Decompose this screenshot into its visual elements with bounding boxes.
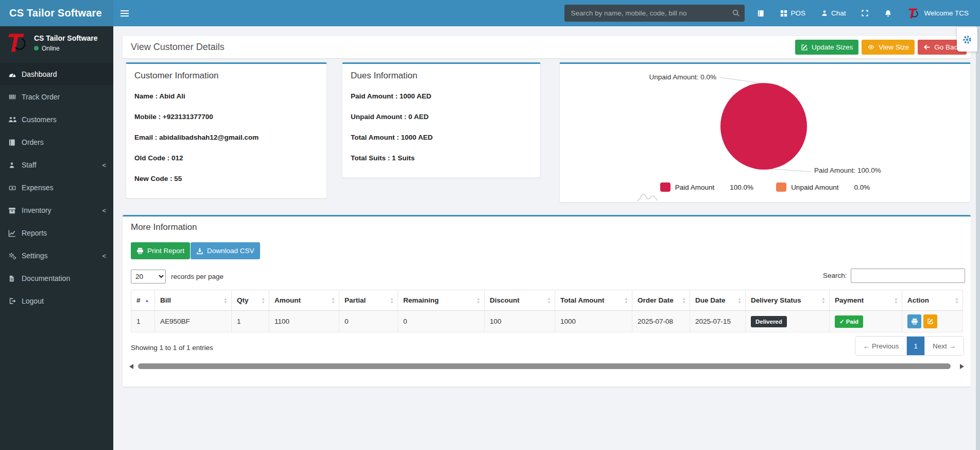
chevron-left-icon: <: [102, 207, 106, 214]
sidebar-item-documentation[interactable]: Documentation: [0, 267, 113, 290]
edit-icon: [801, 44, 808, 51]
column-header-bill[interactable]: Bill▲▼: [155, 290, 232, 311]
sidebar-item-label: Reports: [22, 229, 47, 237]
search-icon[interactable]: [732, 9, 740, 17]
sidebar-item-settings[interactable]: Settings<: [0, 244, 113, 267]
column-header-total-amount[interactable]: Total Amount▲▼: [555, 290, 632, 311]
sort-icons: ▲▼: [223, 297, 228, 304]
column-header-remaining[interactable]: Remaining▲▼: [398, 290, 485, 311]
download-icon: [196, 247, 203, 255]
column-header-amount[interactable]: Amount▲▼: [269, 290, 339, 311]
check-icon: ✓: [839, 319, 845, 325]
page-scrollbar[interactable]: [976, 26, 980, 450]
column-header-due-date[interactable]: Due Date▲▼: [690, 290, 746, 311]
table-search-input[interactable]: [851, 269, 965, 283]
column-header-[interactable]: #▲: [131, 290, 155, 311]
legend-label: Paid Amount: [675, 184, 715, 191]
column-header-payment[interactable]: Payment▲▼: [830, 290, 902, 311]
eye-icon: [867, 44, 875, 51]
records-per-page-select[interactable]: 20: [131, 270, 166, 284]
legend-item-unpaid-amount[interactable]: Unpaid Amount0.0%: [776, 182, 870, 192]
row-edit-button[interactable]: [923, 314, 937, 328]
barcode-icon: [8, 93, 22, 101]
brand-title: CS Tailor Software: [0, 0, 113, 26]
sidebar-item-inventory[interactable]: Inventory<: [0, 199, 113, 222]
sidebar-item-orders[interactable]: Orders: [0, 131, 113, 154]
sidebar-item-dashboard[interactable]: Dashboard: [0, 63, 113, 86]
control-sidebar-toggle[interactable]: [957, 27, 977, 52]
fullscreen-arrows-icon: [861, 9, 869, 17]
sidebar-item-label: Documentation: [22, 274, 70, 282]
table-cell-action: [902, 311, 963, 332]
table-cell: 1: [131, 311, 155, 332]
legend-label: Unpaid Amount: [791, 184, 838, 191]
orders-table: #▲Bill▲▼Qty▲▼Amount▲▼Partial▲▼Remaining▲…: [131, 290, 963, 332]
notifications-menu-item[interactable]: [884, 9, 892, 18]
sidebar-item-logout[interactable]: Logout: [0, 290, 113, 312]
page-1-button[interactable]: 1: [907, 337, 925, 355]
column-header-discount[interactable]: Discount▲▼: [485, 290, 555, 311]
dues-pie-chart-panel: Unpaid Amount: 0.0% Paid Amount: 100.0% …: [559, 62, 971, 203]
callout-unpaid-amount: Unpaid Amount: 0.0%: [638, 73, 716, 81]
sidebar-item-expenses[interactable]: Expenses: [0, 176, 113, 199]
table-cell: 1100: [269, 311, 339, 332]
previous-page-button[interactable]: ← Previous: [855, 337, 907, 355]
bell-icon: [884, 9, 892, 18]
sidebar-item-staff[interactable]: Staff<: [0, 154, 113, 176]
sidebar-item-label: Dashboard: [22, 70, 57, 78]
top-navbar: CS Tailor Software POS Chat Welcome TCS: [0, 0, 980, 26]
delivery-status-badge: Delivered: [751, 316, 787, 327]
dues-unpaid-amount: Unpaid Amount : 0 AED: [351, 107, 532, 127]
dues-information-title: Dues Information: [351, 71, 532, 81]
dashboard-icon: [8, 71, 22, 78]
sidebar-item-label: Settings: [22, 252, 48, 260]
print-report-button[interactable]: Print Report: [131, 242, 190, 259]
dues-total-suits: Total Suits : 1 Suits: [351, 148, 532, 169]
pos-menu-item[interactable]: POS: [780, 9, 805, 17]
next-page-button[interactable]: Next →: [925, 337, 964, 355]
customer-old-code: Old Code : 012: [134, 148, 318, 169]
sidebar-toggle-button[interactable]: [113, 0, 136, 26]
gears-icon: [8, 252, 22, 260]
sidebar-item-reports[interactable]: Reports: [0, 222, 113, 244]
column-header-delivery-status[interactable]: Delivery Status▲▼: [746, 290, 830, 311]
users-icon: [8, 116, 22, 123]
view-size-button[interactable]: View Size: [862, 40, 915, 55]
sidebar-item-label: Customers: [22, 115, 57, 124]
app-logo-icon: [907, 7, 920, 20]
sidebar-item-track-order[interactable]: Track Order: [0, 86, 113, 108]
user-menu[interactable]: Welcome TCS: [907, 7, 969, 20]
sidebar-user-panel: CS Tailor Software Online: [0, 26, 113, 59]
table-cell: 1: [232, 311, 269, 332]
table-cell: 100: [485, 311, 555, 332]
customer-email: Email : abidalibadshah12@gmail.com: [134, 127, 318, 148]
dues-paid-amount: Paid Amount : 1000 AED: [351, 86, 532, 107]
table-cell-payment: ✓ Paid: [830, 311, 902, 332]
sidebar-app-name: CS Tailor Software: [34, 34, 97, 42]
chart-legend: Paid Amount100.0%Unpaid Amount0.0%: [560, 182, 970, 192]
fullscreen-menu-item[interactable]: [861, 9, 869, 17]
global-search-input[interactable]: [564, 5, 745, 22]
sidebar-item-customers[interactable]: Customers: [0, 108, 113, 131]
table-info-text: Showing 1 to 1 of 1 entries: [131, 344, 213, 352]
table-cell: 0: [398, 311, 485, 332]
column-header-order-date[interactable]: Order Date▲▼: [632, 290, 690, 311]
page-header-card: View Customer Details Update SizesView S…: [123, 36, 971, 58]
orders-book-icon[interactable]: [757, 9, 765, 18]
row-print-button[interactable]: [907, 314, 921, 328]
column-header-partial[interactable]: Partial▲▼: [339, 290, 398, 311]
payment-badge: ✓ Paid: [835, 315, 863, 328]
download-csv-button[interactable]: Download CSV: [191, 242, 260, 259]
app-logo-icon: [6, 31, 29, 54]
scroll-right-arrow[interactable]: [960, 364, 964, 369]
pos-label: POS: [790, 9, 805, 17]
chat-menu-item[interactable]: Chat: [821, 9, 846, 17]
legend-item-paid-amount[interactable]: Paid Amount100.0%: [660, 182, 753, 192]
dues-total-amount: Total Amount : 1000 AED: [351, 127, 532, 148]
update-sizes-button[interactable]: Update Sizes: [795, 40, 858, 55]
column-header-action[interactable]: Action▲▼: [902, 290, 963, 311]
pie-slice-paid: [720, 83, 807, 170]
column-header-qty[interactable]: Qty▲▼: [232, 290, 269, 311]
scroll-left-arrow[interactable]: [129, 364, 133, 369]
scrollbar-thumb[interactable]: [138, 363, 951, 369]
